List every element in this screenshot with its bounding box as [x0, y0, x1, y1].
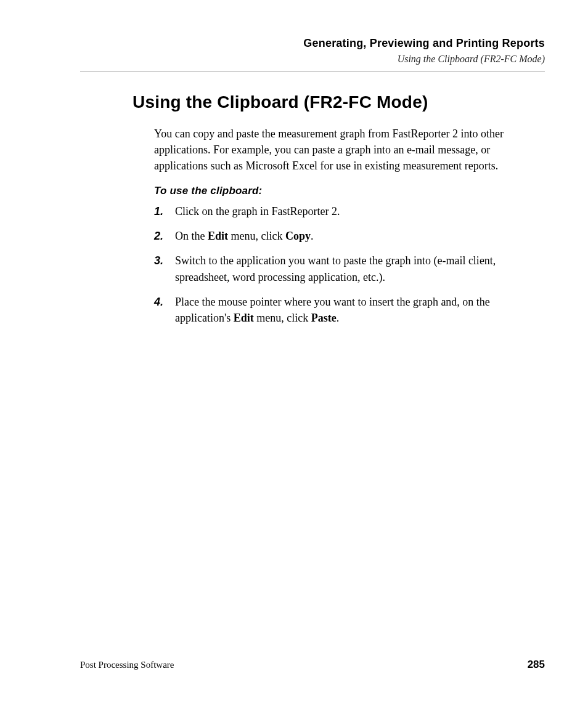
step-text: On the Edit menu, click Copy. [175, 228, 545, 244]
header-divider [80, 71, 545, 71]
page-number: 285 [528, 659, 545, 671]
step-number: 4. [154, 294, 175, 326]
step-item: 1. Click on the graph in FastReporter 2. [154, 203, 545, 219]
chapter-title: Generating, Previewing and Printing Repo… [80, 37, 545, 50]
page-content: Generating, Previewing and Printing Repo… [0, 0, 588, 326]
step-number: 2. [154, 228, 175, 244]
intro-paragraph: You can copy and paste the measurement g… [154, 126, 545, 174]
section-reference: Using the Clipboard (FR2-FC Mode) [80, 54, 545, 65]
step-item: 2. On the Edit menu, click Copy. [154, 228, 545, 244]
step-number: 3. [154, 253, 175, 285]
step-item: 4. Place the mouse pointer where you wan… [154, 294, 545, 326]
footer-doc-title: Post Processing Software [80, 660, 174, 670]
section-heading: Using the Clipboard (FR2-FC Mode) [133, 92, 545, 112]
step-number: 1. [154, 203, 175, 219]
page-header: Generating, Previewing and Printing Repo… [80, 37, 545, 65]
step-text: Switch to the application you want to pa… [175, 253, 545, 285]
step-text: Click on the graph in FastReporter 2. [175, 203, 545, 219]
page-footer: Post Processing Software 285 [80, 659, 545, 671]
procedure-subheading: To use the clipboard: [154, 185, 545, 197]
step-text: Place the mouse pointer where you want t… [175, 294, 545, 326]
step-item: 3. Switch to the application you want to… [154, 253, 545, 285]
